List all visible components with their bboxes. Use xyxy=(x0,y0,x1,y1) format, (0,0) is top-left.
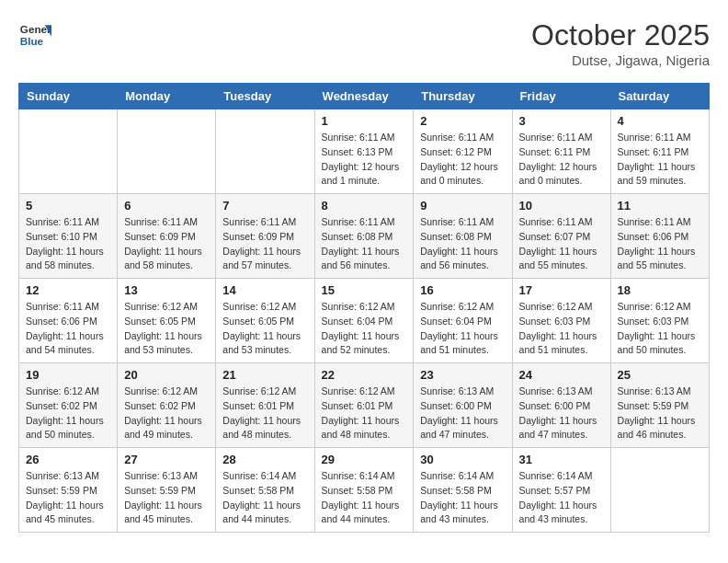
day-info: Sunrise: 6:11 AMSunset: 6:08 PMDaylight:… xyxy=(420,215,505,273)
day-number: 14 xyxy=(222,283,307,297)
day-number: 10 xyxy=(519,199,604,213)
day-number: 31 xyxy=(519,453,604,466)
day-number: 19 xyxy=(26,368,110,382)
calendar-week-row: 1Sunrise: 6:11 AMSunset: 6:13 PMDaylight… xyxy=(19,109,710,194)
calendar-cell: 25Sunrise: 6:13 AMSunset: 5:59 PMDayligh… xyxy=(610,363,709,448)
day-info: Sunrise: 6:11 AMSunset: 6:10 PMDaylight:… xyxy=(26,215,110,273)
day-number: 15 xyxy=(322,283,407,297)
day-info: Sunrise: 6:12 AMSunset: 6:04 PMDaylight:… xyxy=(420,300,505,358)
day-info: Sunrise: 6:13 AMSunset: 5:59 PMDaylight:… xyxy=(124,469,209,527)
day-info: Sunrise: 6:14 AMSunset: 5:57 PMDaylight:… xyxy=(519,469,604,527)
day-info: Sunrise: 6:12 AMSunset: 6:02 PMDaylight:… xyxy=(26,385,110,442)
calendar-cell: 19Sunrise: 6:12 AMSunset: 6:02 PMDayligh… xyxy=(19,363,118,448)
day-number: 2 xyxy=(420,114,505,128)
day-info: Sunrise: 6:13 AMSunset: 5:59 PMDaylight:… xyxy=(26,469,110,527)
calendar-week-row: 5Sunrise: 6:11 AMSunset: 6:10 PMDaylight… xyxy=(19,194,710,279)
weekday-header: Tuesday xyxy=(216,84,314,109)
calendar-cell: 17Sunrise: 6:12 AMSunset: 6:03 PMDayligh… xyxy=(512,279,610,363)
weekday-header: Wednesday xyxy=(314,84,414,109)
day-number: 16 xyxy=(420,283,505,297)
day-info: Sunrise: 6:11 AMSunset: 6:09 PMDaylight:… xyxy=(124,215,209,273)
weekday-header: Thursday xyxy=(414,84,512,109)
day-number: 1 xyxy=(322,114,407,128)
day-number: 28 xyxy=(222,453,307,466)
day-info: Sunrise: 6:12 AMSunset: 6:03 PMDaylight:… xyxy=(519,300,604,358)
day-number: 25 xyxy=(618,368,702,382)
day-number: 26 xyxy=(26,453,110,466)
day-info: Sunrise: 6:11 AMSunset: 6:07 PMDaylight:… xyxy=(519,215,604,273)
day-info: Sunrise: 6:11 AMSunset: 6:13 PMDaylight:… xyxy=(322,131,407,189)
calendar-cell: 28Sunrise: 6:14 AMSunset: 5:58 PMDayligh… xyxy=(216,448,314,533)
calendar-cell: 31Sunrise: 6:14 AMSunset: 5:57 PMDayligh… xyxy=(512,448,610,533)
day-info: Sunrise: 6:11 AMSunset: 6:12 PMDaylight:… xyxy=(420,131,505,189)
day-info: Sunrise: 6:11 AMSunset: 6:08 PMDaylight:… xyxy=(322,215,407,273)
calendar-week-row: 12Sunrise: 6:11 AMSunset: 6:06 PMDayligh… xyxy=(19,279,710,363)
weekday-header: Monday xyxy=(118,84,216,109)
day-info: Sunrise: 6:14 AMSunset: 5:58 PMDaylight:… xyxy=(322,469,407,527)
day-number: 22 xyxy=(322,368,407,382)
calendar-cell: 20Sunrise: 6:12 AMSunset: 6:02 PMDayligh… xyxy=(118,363,216,448)
day-info: Sunrise: 6:12 AMSunset: 6:05 PMDaylight:… xyxy=(124,300,209,358)
month-title: October 2025 xyxy=(531,18,710,52)
calendar-cell: 5Sunrise: 6:11 AMSunset: 6:10 PMDaylight… xyxy=(19,194,118,279)
day-info: Sunrise: 6:12 AMSunset: 6:03 PMDaylight:… xyxy=(618,300,702,358)
day-number: 5 xyxy=(26,199,110,213)
day-number: 30 xyxy=(420,453,505,466)
calendar-week-row: 26Sunrise: 6:13 AMSunset: 5:59 PMDayligh… xyxy=(19,448,710,533)
day-info: Sunrise: 6:13 AMSunset: 5:59 PMDaylight:… xyxy=(618,385,702,442)
page-header: General Blue October 2025 Dutse, Jigawa,… xyxy=(18,18,710,68)
day-info: Sunrise: 6:14 AMSunset: 5:58 PMDaylight:… xyxy=(222,469,307,527)
weekday-header: Sunday xyxy=(19,84,118,109)
logo: General Blue xyxy=(18,18,51,52)
day-number: 23 xyxy=(420,368,505,382)
day-number: 13 xyxy=(124,283,209,297)
location: Dutse, Jigawa, Nigeria xyxy=(531,52,710,68)
day-number: 7 xyxy=(222,199,307,213)
day-number: 21 xyxy=(222,368,307,382)
calendar-header-row: SundayMondayTuesdayWednesdayThursdayFrid… xyxy=(19,84,710,109)
logo-icon: General Blue xyxy=(18,18,51,52)
calendar-cell: 22Sunrise: 6:12 AMSunset: 6:01 PMDayligh… xyxy=(314,363,414,448)
calendar-cell: 23Sunrise: 6:13 AMSunset: 6:00 PMDayligh… xyxy=(414,363,512,448)
day-info: Sunrise: 6:11 AMSunset: 6:11 PMDaylight:… xyxy=(618,131,702,189)
day-info: Sunrise: 6:12 AMSunset: 6:04 PMDaylight:… xyxy=(322,300,407,358)
day-number: 8 xyxy=(322,199,407,213)
calendar-week-row: 19Sunrise: 6:12 AMSunset: 6:02 PMDayligh… xyxy=(19,363,710,448)
calendar-cell: 10Sunrise: 6:11 AMSunset: 6:07 PMDayligh… xyxy=(512,194,610,279)
calendar-cell: 14Sunrise: 6:12 AMSunset: 6:05 PMDayligh… xyxy=(216,279,314,363)
weekday-header: Friday xyxy=(512,84,610,109)
day-number: 20 xyxy=(124,368,209,382)
day-info: Sunrise: 6:11 AMSunset: 6:09 PMDaylight:… xyxy=(222,215,307,273)
svg-text:Blue: Blue xyxy=(20,35,44,47)
calendar-cell xyxy=(19,109,118,194)
day-number: 4 xyxy=(618,114,702,128)
calendar-cell: 1Sunrise: 6:11 AMSunset: 6:13 PMDaylight… xyxy=(314,109,414,194)
weekday-header: Saturday xyxy=(610,84,709,109)
day-info: Sunrise: 6:12 AMSunset: 6:01 PMDaylight:… xyxy=(222,385,307,442)
calendar-cell: 7Sunrise: 6:11 AMSunset: 6:09 PMDaylight… xyxy=(216,194,314,279)
day-number: 27 xyxy=(124,453,209,466)
day-info: Sunrise: 6:14 AMSunset: 5:58 PMDaylight:… xyxy=(420,469,505,527)
day-number: 29 xyxy=(322,453,407,466)
calendar-cell: 6Sunrise: 6:11 AMSunset: 6:09 PMDaylight… xyxy=(118,194,216,279)
calendar-cell: 26Sunrise: 6:13 AMSunset: 5:59 PMDayligh… xyxy=(19,448,118,533)
day-number: 17 xyxy=(519,283,604,297)
calendar-cell: 30Sunrise: 6:14 AMSunset: 5:58 PMDayligh… xyxy=(414,448,512,533)
day-info: Sunrise: 6:12 AMSunset: 6:01 PMDaylight:… xyxy=(322,385,407,442)
calendar-cell xyxy=(118,109,216,194)
day-number: 6 xyxy=(124,199,209,213)
calendar-cell: 12Sunrise: 6:11 AMSunset: 6:06 PMDayligh… xyxy=(19,279,118,363)
day-info: Sunrise: 6:11 AMSunset: 6:06 PMDaylight:… xyxy=(618,215,702,273)
day-number: 11 xyxy=(618,199,702,213)
calendar-cell: 16Sunrise: 6:12 AMSunset: 6:04 PMDayligh… xyxy=(414,279,512,363)
calendar-cell: 24Sunrise: 6:13 AMSunset: 6:00 PMDayligh… xyxy=(512,363,610,448)
calendar-table: SundayMondayTuesdayWednesdayThursdayFrid… xyxy=(18,83,710,533)
calendar-cell xyxy=(610,448,709,533)
calendar-cell: 3Sunrise: 6:11 AMSunset: 6:11 PMDaylight… xyxy=(512,109,610,194)
calendar-cell: 18Sunrise: 6:12 AMSunset: 6:03 PMDayligh… xyxy=(610,279,709,363)
day-info: Sunrise: 6:11 AMSunset: 6:06 PMDaylight:… xyxy=(26,300,110,358)
title-block: October 2025 Dutse, Jigawa, Nigeria xyxy=(531,18,710,68)
calendar-cell: 29Sunrise: 6:14 AMSunset: 5:58 PMDayligh… xyxy=(314,448,414,533)
calendar-cell: 15Sunrise: 6:12 AMSunset: 6:04 PMDayligh… xyxy=(314,279,414,363)
day-number: 18 xyxy=(618,283,702,297)
